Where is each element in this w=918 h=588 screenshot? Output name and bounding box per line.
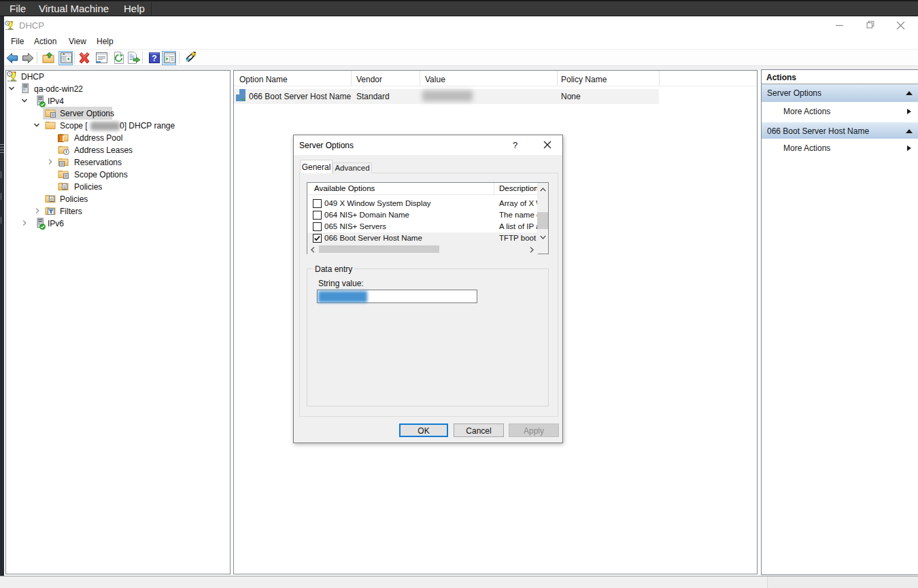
svg-text:?: ?: [152, 54, 156, 63]
